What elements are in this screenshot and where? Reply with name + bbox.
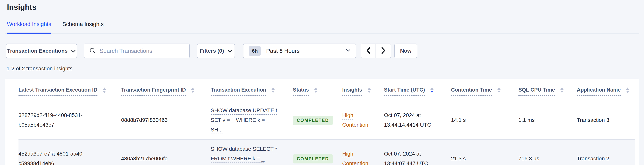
sort-icon-descending-active[interactable] <box>430 88 434 93</box>
next-range-button[interactable] <box>376 44 391 58</box>
insights-table-card: Latest Transaction Execution ID Transact… <box>4 79 640 165</box>
column-label[interactable]: Contention Time <box>451 87 492 96</box>
search-box[interactable] <box>84 44 190 58</box>
execution-type-dropdown[interactable]: Transaction Executions <box>6 44 77 58</box>
cell-contention-time: 21.3 s <box>451 139 518 165</box>
tab-bar: Workload Insights Schema Insights <box>4 21 640 34</box>
start-time-value: Oct 07, 2024 at 13:44:07.447 UTC <box>384 149 442 165</box>
sort-icon[interactable] <box>191 88 194 93</box>
cell-sql-cpu-time: 716.3 µs <box>518 139 577 165</box>
table-header-row: Latest Transaction Execution ID Transact… <box>18 79 635 101</box>
column-label[interactable]: Latest Transaction Execution ID <box>18 87 98 96</box>
time-range-label: Past 6 Hours <box>266 48 300 54</box>
cell-transaction-execution: SHOW database SELECT * FROM t WHERE k = … <box>211 139 293 165</box>
sort-icon[interactable] <box>626 88 629 93</box>
column-header-start-time: Start Time (UTC) <box>384 79 451 101</box>
cell-execution-id: 452da3e7-e7fa-4801-aa40-c59988d14eb6 <box>18 139 121 165</box>
time-range-picker[interactable]: 6h Past 6 Hours <box>243 44 356 58</box>
column-header-contention-time: Contention Time <box>451 79 518 101</box>
column-header-transaction-execution: Transaction Execution <box>211 79 293 101</box>
execution-type-dropdown-label: Transaction Executions <box>7 48 68 54</box>
now-button[interactable]: Now <box>394 44 417 58</box>
page-title: Insights <box>7 3 640 12</box>
transaction-execution-link[interactable]: SHOW database UPDATE t SET v = _ WHERE k… <box>211 106 277 134</box>
sort-icon[interactable] <box>103 88 106 93</box>
search-icon <box>89 47 96 55</box>
column-header-transaction-fingerprint-id: Transaction Fingerprint ID <box>121 79 211 101</box>
tab-workload-insights[interactable]: Workload Insights <box>7 21 51 33</box>
column-label[interactable]: Application Name <box>577 87 621 96</box>
column-header-latest-transaction-execution-id: Latest Transaction Execution ID <box>18 79 121 101</box>
cell-execution-id: 328729d2-ff19-4408-8531-b05a5b4e43c7 <box>18 101 121 139</box>
cell-fingerprint-id: 480a8b217be006fe <box>121 139 211 165</box>
time-range-arrows <box>361 44 391 58</box>
column-label[interactable]: Start Time (UTC) <box>384 87 425 96</box>
cell-status: COMPLETED <box>293 101 342 139</box>
cell-start-time: Oct 07, 2024 at 13:44:07.447 UTC <box>384 139 451 165</box>
cell-insights: High Contention <box>342 101 384 139</box>
status-badge: COMPLETED <box>293 116 333 125</box>
cell-start-time: Oct 07, 2024 at 13:44:14.4414 UTC <box>384 101 451 139</box>
chevron-down-icon <box>346 49 350 53</box>
table-row: 328729d2-ff19-4408-8531-b05a5b4e43c7 08d… <box>18 101 635 139</box>
start-time-value: Oct 07, 2024 at 13:44:14.4414 UTC <box>384 110 442 130</box>
table-row: 452da3e7-e7fa-4801-aa40-c59988d14eb6 480… <box>18 139 635 165</box>
status-badge: COMPLETED <box>293 154 333 163</box>
cell-application-name: Transaction 3 <box>577 101 635 139</box>
chevron-right-icon <box>381 47 386 55</box>
column-header-insights: Insights <box>342 79 384 101</box>
previous-range-button[interactable] <box>361 44 376 58</box>
column-label[interactable]: Transaction Fingerprint ID <box>121 87 186 96</box>
chevron-down-icon <box>228 48 232 54</box>
column-label[interactable]: SQL CPU Time <box>518 87 555 96</box>
filters-button-label: Filters (0) <box>200 48 224 54</box>
sort-icon[interactable] <box>272 88 274 93</box>
tab-schema-insights[interactable]: Schema Insights <box>62 21 104 33</box>
filters-button[interactable]: Filters (0) <box>197 44 235 58</box>
insights-page: Insights Workload Insights Schema Insigh… <box>0 3 644 165</box>
column-header-application-name: Application Name <box>577 79 635 101</box>
chevron-left-icon <box>366 47 371 55</box>
insight-link[interactable]: High Contention <box>342 149 374 165</box>
column-label[interactable]: Status <box>293 87 309 96</box>
transaction-execution-link[interactable]: SHOW database SELECT * FROM t WHERE k = … <box>211 144 277 165</box>
cell-sql-cpu-time: 1.1 ms <box>518 101 577 139</box>
cell-transaction-execution: SHOW database UPDATE t SET v = _ WHERE k… <box>211 101 293 139</box>
cell-fingerprint-id: 08d8b7d97f830463 <box>121 101 211 139</box>
column-header-sql-cpu-time: SQL CPU Time <box>518 79 577 101</box>
cell-contention-time: 14.1 s <box>451 101 518 139</box>
column-header-status: Status <box>293 79 342 101</box>
time-range-badge: 6h <box>249 46 261 56</box>
results-summary: 1-2 of 2 transaction insights <box>6 66 640 72</box>
toolbar: Transaction Executions Filters (0) 6h Pa… <box>6 44 640 58</box>
sort-icon[interactable] <box>498 88 500 93</box>
cell-application-name: Transaction 2 <box>577 139 635 165</box>
transaction-insights-table: Latest Transaction Execution ID Transact… <box>18 79 635 165</box>
insight-link[interactable]: High Contention <box>342 110 374 130</box>
chevron-down-icon <box>71 48 76 54</box>
search-input[interactable] <box>100 48 184 54</box>
sort-icon[interactable] <box>560 88 564 93</box>
column-label[interactable]: Insights <box>342 87 362 96</box>
sort-icon[interactable] <box>314 88 318 93</box>
column-label[interactable]: Transaction Execution <box>211 87 266 96</box>
sort-icon[interactable] <box>368 88 371 93</box>
cell-insights: High Contention <box>342 139 384 165</box>
cell-status: COMPLETED <box>293 139 342 165</box>
